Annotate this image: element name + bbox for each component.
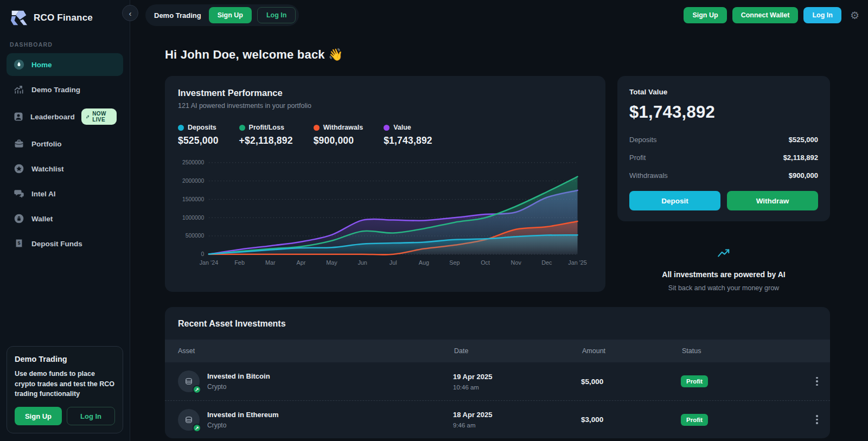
sidebar-item-demo-trading[interactable]: Demo Trading bbox=[7, 78, 123, 101]
promo-title: Demo Trading bbox=[15, 355, 115, 363]
leaderboard-icon bbox=[13, 111, 24, 123]
sidebar-item-leaderboard[interactable]: Leaderboard NOW LIVE bbox=[7, 103, 123, 130]
investment-amount: $3,000 bbox=[581, 416, 681, 424]
ai-note-subtitle: Sit back and watch your money grow bbox=[628, 284, 819, 292]
star-icon bbox=[13, 163, 25, 175]
asset-coin-icon: ↗ bbox=[178, 370, 200, 392]
deposit-button[interactable]: Deposit bbox=[629, 191, 720, 210]
investment-amount: $5,000 bbox=[581, 378, 681, 386]
svg-text:2000000: 2000000 bbox=[182, 178, 204, 184]
summary-label: Profit bbox=[629, 154, 646, 162]
svg-text:Dec: Dec bbox=[541, 259, 552, 266]
promo-login-button[interactable]: Log In bbox=[67, 407, 115, 425]
legend-item-value[interactable]: Value $1,743,892 bbox=[384, 124, 432, 146]
legend-dot-value bbox=[384, 125, 390, 131]
legend-label: Value bbox=[393, 124, 411, 131]
summary-value: $2,118,892 bbox=[783, 154, 818, 162]
sidebar-section-label: DASHBOARD bbox=[10, 41, 120, 48]
total-value-card: Total Value $1,743,892 Deposits $525,000… bbox=[617, 76, 830, 221]
table-row[interactable]: ↗ Invested in Ethereum Crypto 18 Apr 202… bbox=[165, 400, 830, 438]
sidebar-item-label: Watchlist bbox=[31, 165, 64, 173]
svg-text:500000: 500000 bbox=[186, 233, 205, 239]
recent-investments-title: Recent Asset Investments bbox=[165, 307, 830, 340]
header-login-button[interactable]: Log In bbox=[803, 7, 841, 23]
main-content: Demo Trading Sign Up Log In Sign Up Conn… bbox=[130, 0, 868, 441]
legend-label: Withdrawals bbox=[323, 124, 363, 131]
settings-gear-icon[interactable]: ⚙ bbox=[850, 10, 859, 21]
sidebar-item-label: Deposit Funds bbox=[31, 240, 82, 248]
asset-name: Invested in Ethereum bbox=[207, 411, 278, 419]
legend-label: Profit/Loss bbox=[249, 124, 284, 131]
header-signup-button[interactable]: Sign Up bbox=[684, 7, 726, 23]
asset-category: Crypto bbox=[207, 421, 278, 429]
topbar-login-button[interactable]: Log In bbox=[257, 7, 296, 23]
svg-text:1500000: 1500000 bbox=[182, 196, 204, 202]
brand-name: RCO Finance bbox=[34, 12, 93, 23]
legend-label: Deposits bbox=[188, 124, 216, 131]
asset-category: Crypto bbox=[207, 383, 270, 391]
ai-note: All investments are powered by AI Sit ba… bbox=[617, 246, 830, 292]
sidebar-item-label: Demo Trading bbox=[31, 86, 80, 94]
investment-date: 19 Apr 2025 bbox=[453, 373, 581, 381]
sidebar-item-intel-ai[interactable]: Intel AI bbox=[7, 182, 123, 205]
legend-value: +$2,118,892 bbox=[239, 135, 293, 146]
svg-text:$: $ bbox=[17, 240, 20, 246]
legend-value: $900,000 bbox=[314, 135, 363, 146]
now-live-label: NOW LIVE bbox=[92, 111, 112, 123]
home-icon bbox=[13, 59, 25, 71]
sidebar-item-label: Leaderboard bbox=[30, 113, 75, 121]
svg-text:Oct: Oct bbox=[481, 259, 490, 266]
sidebar-item-label: Wallet bbox=[31, 215, 53, 223]
gain-arrow-icon: ↗ bbox=[193, 385, 201, 394]
investment-performance-card: Investment Performance 121 AI powered in… bbox=[165, 76, 605, 292]
svg-text:Jun: Jun bbox=[358, 259, 367, 266]
svg-text:2500000: 2500000 bbox=[182, 159, 204, 165]
sidebar-item-portfolio[interactable]: Portfolio bbox=[7, 132, 123, 155]
briefcase-icon bbox=[13, 138, 25, 150]
row-menu-kebab-icon[interactable] bbox=[804, 413, 830, 426]
asset-name: Invested in Bitcoin bbox=[207, 372, 270, 380]
svg-text:Mar: Mar bbox=[265, 259, 276, 266]
sidebar-item-deposit-funds[interactable]: $ Deposit Funds bbox=[7, 232, 123, 255]
sidebar-item-watchlist[interactable]: Watchlist bbox=[7, 157, 123, 180]
summary-row-deposits: Deposits $525,000 bbox=[629, 131, 818, 149]
performance-chart: 05000001000000150000020000002500000Jan '… bbox=[178, 157, 592, 268]
promo-body: Use demo funds to place crypto trades an… bbox=[15, 369, 115, 399]
brand-logo-icon bbox=[10, 10, 28, 26]
legend-value: $525,000 bbox=[178, 135, 219, 146]
svg-text:Feb: Feb bbox=[234, 259, 245, 266]
performance-chart-area[interactable]: 05000001000000150000020000002500000Jan '… bbox=[178, 157, 592, 268]
sidebar-item-home[interactable]: Home bbox=[7, 53, 123, 76]
recent-investments-card: Recent Asset Investments Asset Date Amou… bbox=[165, 307, 830, 438]
legend-dot-withdrawals bbox=[314, 125, 320, 131]
chart-title: Investment Performance bbox=[178, 88, 592, 98]
legend-item-deposits[interactable]: Deposits $525,000 bbox=[178, 124, 219, 146]
sidebar-item-label: Home bbox=[31, 61, 52, 69]
lock-icon bbox=[13, 213, 25, 225]
sidebar-item-wallet[interactable]: Wallet bbox=[7, 207, 123, 230]
promo-signup-button[interactable]: Sign Up bbox=[15, 407, 62, 425]
brand: RCO Finance bbox=[7, 8, 123, 26]
row-menu-kebab-icon[interactable] bbox=[804, 375, 830, 388]
connect-wallet-button[interactable]: Connect Wallet bbox=[732, 7, 799, 23]
total-value-amount: $1,743,892 bbox=[629, 103, 818, 122]
svg-text:Sep: Sep bbox=[449, 259, 459, 266]
svg-text:Nov: Nov bbox=[511, 259, 522, 266]
withdraw-button[interactable]: Withdraw bbox=[727, 191, 818, 210]
legend-item-withdrawals[interactable]: Withdrawals $900,000 bbox=[314, 124, 363, 146]
svg-text:1000000: 1000000 bbox=[182, 215, 204, 221]
legend-dot-deposits bbox=[178, 125, 184, 131]
topbar-signup-button[interactable]: Sign Up bbox=[209, 7, 252, 23]
trend-up-icon bbox=[716, 246, 732, 263]
table-row[interactable]: ↗ Invested in Bitcoin Crypto 19 Apr 2025… bbox=[165, 362, 830, 400]
column-header-asset-date: Date bbox=[453, 347, 581, 355]
sidebar-collapse-button[interactable]: ‹ bbox=[122, 5, 138, 21]
summary-value: $900,000 bbox=[789, 171, 818, 180]
legend-item-profit-loss[interactable]: Profit/Loss +$2,118,892 bbox=[239, 124, 293, 146]
table-header-row: Asset Date Amount Status bbox=[165, 340, 830, 362]
ai-note-title: All investments are powered by AI bbox=[628, 270, 819, 279]
chart-legend: Deposits $525,000 Profit/Loss +$2,118,89… bbox=[178, 124, 592, 146]
column-header-status: Status bbox=[681, 347, 804, 355]
status-badge: Profit bbox=[681, 375, 708, 387]
demo-trading-promo-card: Demo Trading Use demo funds to place cry… bbox=[7, 346, 123, 433]
